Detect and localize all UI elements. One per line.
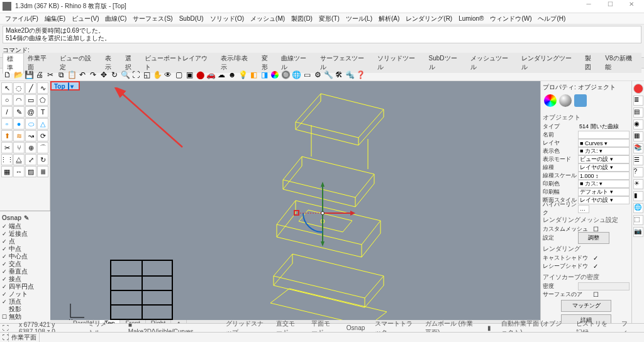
val-section[interactable]: レイヤの設 ▾ <box>578 196 630 204</box>
cast-check[interactable]: ✓ <box>593 255 598 262</box>
rt-cam-icon[interactable]: 📷 <box>633 227 643 237</box>
view-icon[interactable]: 👁 <box>163 70 173 80</box>
rect-icon[interactable]: ▭ <box>25 94 36 106</box>
menu-render[interactable]: レンダリング(R) <box>403 14 455 24</box>
rotate-icon[interactable]: ↻ <box>37 154 48 165</box>
close-button[interactable]: ✕ <box>621 1 641 12</box>
menu-transform[interactable]: 変形(T) <box>316 14 342 24</box>
rt-help-icon[interactable]: ? <box>633 167 643 177</box>
tab[interactable]: メッシュツール <box>467 53 518 73</box>
car-icon[interactable]: 🚗 <box>206 70 216 80</box>
val-pwidth[interactable]: デフォルト ▾ <box>578 188 630 196</box>
status-cplane[interactable]: 作業平面 <box>9 333 40 342</box>
hatch-icon[interactable]: ▨ <box>25 166 36 177</box>
rt-bar-icon[interactable]: ▮ <box>633 191 643 201</box>
val-layer[interactable]: ■ Curves ▾ <box>578 139 630 147</box>
menu-lumion[interactable]: Lumion® <box>456 14 486 23</box>
rt-props-icon[interactable] <box>633 84 643 94</box>
dim-icon[interactable]: ↔ <box>13 166 25 177</box>
extrude-icon[interactable]: ⬆ <box>1 130 13 141</box>
val-hyper[interactable]: … <box>578 205 589 213</box>
osnap-toggle[interactable]: Osnap <box>347 324 365 331</box>
val-pcolor[interactable]: ■ カス: ▾ <box>578 180 630 188</box>
val-density[interactable] <box>578 282 630 290</box>
undo-icon[interactable]: ↶ <box>77 70 87 80</box>
trim-icon[interactable]: ✂ <box>1 142 13 153</box>
hsv-icon[interactable] <box>270 70 280 80</box>
cloud-icon[interactable]: ☁ <box>216 70 226 80</box>
globe-icon[interactable]: 🌐 <box>291 70 301 80</box>
pan-icon[interactable]: ✋ <box>152 70 162 80</box>
revolve-icon[interactable]: ⟳ <box>37 130 48 141</box>
gear-icon[interactable]: ⚙ <box>313 70 323 80</box>
rt-named-icon[interactable]: ☰ <box>633 155 643 165</box>
box-icon[interactable]: ◧ <box>248 70 258 80</box>
rt-sun-icon[interactable]: ☀ <box>633 179 643 189</box>
pointer-icon[interactable]: ↖ <box>1 82 13 94</box>
menu-tools[interactable]: ツール(L) <box>343 14 375 24</box>
print-icon[interactable]: 🖨 <box>35 70 45 80</box>
join-icon[interactable]: ⊕ <box>25 142 36 153</box>
polygon-icon[interactable]: ⬠ <box>37 94 48 106</box>
menu-surface[interactable]: サーフェス(S) <box>130 14 175 24</box>
rt-misc-icon[interactable]: ⬚ <box>633 215 643 225</box>
surface-check[interactable]: ☐ <box>593 291 599 298</box>
matching-button[interactable]: マッチング <box>561 300 611 312</box>
menu-help[interactable]: ヘルプ(H) <box>535 14 568 24</box>
save-icon[interactable]: 💾 <box>24 70 34 80</box>
render-icon[interactable]: ⬤ <box>195 70 205 80</box>
new-icon[interactable]: 🗋 <box>3 70 13 80</box>
rt-display-icon[interactable]: ▤ <box>633 108 643 118</box>
rotate-icon[interactable]: ↻ <box>109 70 119 80</box>
texture-icon[interactable] <box>574 94 587 107</box>
cone-icon[interactable]: △ <box>37 118 48 130</box>
layer-icon[interactable]: ≣ <box>37 166 48 177</box>
menu-view[interactable]: ビュー(V) <box>69 14 101 24</box>
box-icon[interactable]: ▫ <box>1 118 13 130</box>
object-props-icon[interactable] <box>544 94 557 107</box>
val-lscale[interactable]: 1.000 ↕ <box>578 172 630 180</box>
menu-analyze[interactable]: 解析(A) <box>376 14 402 24</box>
rt-env-icon[interactable]: 🌐 <box>633 203 643 213</box>
menu-edit[interactable]: 編集(E) <box>42 14 68 24</box>
wireframe-icon[interactable]: ▢ <box>174 70 184 80</box>
val-ltype[interactable]: レイヤの設 ▾ <box>578 163 630 172</box>
viewport-label[interactable]: Top ┃▾ <box>50 81 80 91</box>
tab[interactable]: SubDツール <box>425 53 467 73</box>
tools-icon[interactable]: 🛠 <box>334 70 344 80</box>
cyl-icon[interactable]: ⬭ <box>25 118 36 130</box>
menu-solid[interactable]: ソリッド(O) <box>208 14 247 24</box>
redo-icon[interactable]: ↷ <box>88 70 98 80</box>
menu-curve[interactable]: 曲線(C) <box>103 14 129 24</box>
curve-icon[interactable]: ∿ <box>37 82 48 94</box>
move-icon[interactable]: ✥ <box>99 70 109 80</box>
loft-icon[interactable]: ≋ <box>13 130 25 141</box>
face-icon[interactable]: ☻ <box>227 70 237 80</box>
rt-mat-icon[interactable]: ◉ <box>633 119 643 130</box>
adjust-button[interactable]: 調整 <box>578 232 609 244</box>
cut-icon[interactable]: ✂ <box>45 70 55 80</box>
fillet-icon[interactable]: ⌒ <box>37 142 48 153</box>
stone-icon[interactable]: 🔘 <box>280 70 291 80</box>
rect-icon[interactable]: ▭ <box>302 70 312 80</box>
val-name[interactable] <box>578 131 630 139</box>
line-icon[interactable]: / <box>1 106 13 118</box>
menu-draft[interactable]: 製図(D) <box>289 14 315 24</box>
minimize-button[interactable]: ─ <box>579 1 599 12</box>
menu-mesh[interactable]: メッシュ(M) <box>248 14 287 24</box>
lasso-icon[interactable]: ◌ <box>13 82 25 94</box>
help-icon[interactable]: ❓ <box>355 70 365 80</box>
split-icon[interactable]: ⑂ <box>13 142 25 153</box>
polyline-icon[interactable]: ╱ <box>25 82 36 94</box>
zoom-icon[interactable]: 🔍 <box>120 70 130 80</box>
val-color[interactable]: ■ カス: ▾ <box>578 147 630 155</box>
menu-window[interactable]: ウィンドウ(W) <box>487 14 534 24</box>
box2-icon[interactable]: ◨ <box>259 70 269 80</box>
val-mode[interactable]: ビューの設 ▾ <box>578 155 630 163</box>
array-icon[interactable]: ⋮⋮ <box>1 154 13 165</box>
arc-icon[interactable]: ◠ <box>13 94 25 106</box>
tab[interactable]: V8の新機能 <box>601 53 641 73</box>
zoomsel-icon[interactable]: ◱ <box>142 70 152 80</box>
grid-icon[interactable]: ▦ <box>1 166 13 177</box>
tab[interactable]: ソリッドツール <box>374 53 425 73</box>
